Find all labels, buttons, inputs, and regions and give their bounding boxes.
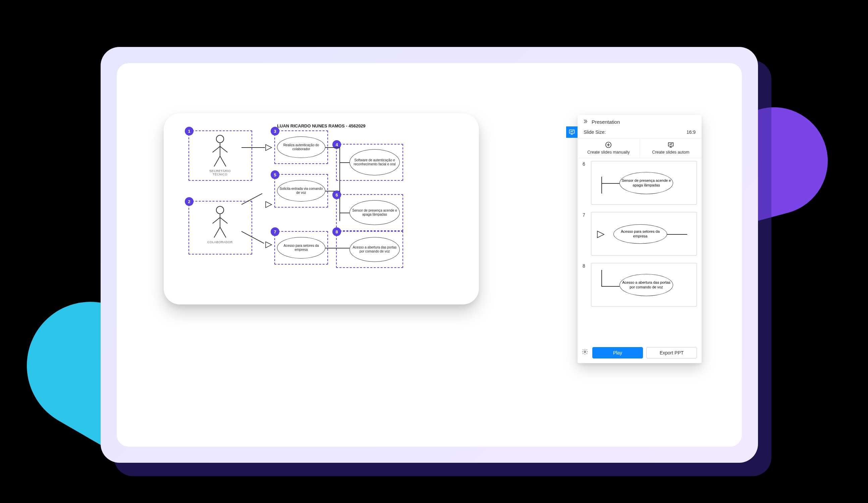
- create-auto-label: Create slides autom: [652, 150, 689, 155]
- thumb-conn: [601, 177, 602, 193]
- svg-marker-6: [266, 145, 272, 150]
- svg-line-9: [213, 218, 220, 224]
- slide-thumbnails[interactable]: 6 Sensor de presença acende e apaga lâmp…: [578, 158, 702, 343]
- diagram-area: 1 SECRETÁRIO TÉCNICO 3 Realiza autentica…: [175, 130, 467, 295]
- thumb-node: Sensor de presença acende e apaga lâmpad…: [619, 172, 673, 194]
- slide-size-value[interactable]: 16:9: [686, 129, 696, 135]
- panel-actions: Create slides manually Create slides aut…: [578, 138, 702, 158]
- thumb-arrow-head: [597, 230, 606, 239]
- svg-point-25: [584, 351, 586, 353]
- auto-slides-icon: [667, 141, 674, 148]
- panel-title: Presentation: [592, 119, 620, 125]
- slide-thumb-6[interactable]: 6 Sensor de presença acende e apaga lâmp…: [591, 161, 697, 205]
- node-6[interactable]: Sensor de presença acende e apaga lâmpad…: [350, 200, 400, 225]
- svg-point-7: [216, 206, 224, 213]
- device-frame: LUAN RICARDO NUNES RAMOS - 4562029 1 SEC…: [101, 47, 758, 463]
- selection-badge-8: 8: [332, 227, 341, 236]
- connector-7-8: [326, 248, 350, 249]
- selection-badge-2: 2: [185, 197, 194, 206]
- collapse-icon[interactable]: [582, 118, 588, 125]
- slide-number: 6: [582, 161, 585, 167]
- create-manual-button[interactable]: Create slides manually: [578, 138, 640, 158]
- presentation-panel: Presentation Slide Size: 16:9 Create sli…: [578, 115, 702, 363]
- svg-marker-24: [597, 231, 604, 238]
- panel-footer: Play Export PPT: [578, 343, 702, 363]
- app-screen: LUAN RICARDO NUNES RAMOS - 4562029 1 SEC…: [117, 63, 742, 447]
- connector-3-4-v: [339, 147, 340, 162]
- svg-line-5: [220, 156, 226, 166]
- arrow-head-7: [265, 241, 273, 249]
- export-ppt-button[interactable]: Export PPT: [646, 347, 697, 358]
- thumb-conn: [601, 270, 602, 286]
- selection-badge-3: 3: [271, 127, 279, 135]
- svg-line-2: [213, 147, 220, 153]
- diagram-canvas[interactable]: LUAN RICARDO NUNES RAMOS - 4562029 1 SEC…: [164, 113, 479, 304]
- actor-secretario[interactable]: SECRETÁRIO TÉCNICO: [203, 135, 237, 181]
- slide-number: 8: [582, 263, 585, 269]
- actor-colaborador[interactable]: COLABORADOR: [203, 206, 237, 252]
- node-7[interactable]: Acesso para setores da empresa: [277, 237, 326, 259]
- node-4[interactable]: Software de autenticação e reconheciment…: [350, 149, 400, 175]
- actor-label-2: COLABORADOR: [203, 240, 237, 244]
- play-button[interactable]: Play: [592, 347, 643, 358]
- slide-thumb-8[interactable]: 8 Acesso a abertura das portas por coman…: [591, 263, 697, 306]
- slide-number: 7: [582, 212, 585, 218]
- svg-marker-14: [266, 242, 272, 248]
- svg-line-3: [220, 147, 227, 153]
- thumb-conn: [601, 286, 619, 287]
- diagram-title: LUAN RICARDO NUNES RAMOS - 4562029: [175, 123, 467, 128]
- thumb-node: Acesso para setores da empresa: [613, 224, 667, 244]
- svg-line-4: [214, 156, 220, 166]
- slide-thumb-7[interactable]: 7 Acesso para setores da empresa: [591, 212, 697, 255]
- node-5[interactable]: Solicita entrada via comando de voz: [277, 180, 326, 201]
- selection-badge-6: 6: [332, 190, 341, 199]
- svg-point-0: [216, 135, 224, 143]
- panel-header: Presentation: [578, 115, 702, 127]
- actor-label-1: SECRETÁRIO TÉCNICO: [203, 169, 237, 176]
- svg-marker-13: [266, 201, 272, 208]
- plus-circle-icon: [605, 141, 612, 148]
- svg-line-10: [220, 218, 227, 224]
- selection-badge-7: 7: [271, 227, 279, 236]
- selection-badge-1: 1: [185, 127, 194, 135]
- svg-line-12: [220, 227, 226, 238]
- arrow-head-5: [265, 201, 273, 208]
- slide-size-row: Slide Size: 16:9: [578, 127, 702, 138]
- thumb-node: Acesso a abertura das portas por comando…: [619, 274, 673, 296]
- node-3[interactable]: Realiza autenticação do colaborador: [277, 136, 326, 158]
- slide-size-label: Slide Size:: [583, 129, 606, 135]
- svg-line-11: [214, 227, 220, 238]
- create-manual-label: Create slides manually: [587, 150, 630, 155]
- thumb-conn: [601, 183, 619, 184]
- settings-icon[interactable]: [581, 348, 588, 356]
- connector-6-h: [339, 213, 350, 213]
- connector-3-4-h: [326, 147, 339, 148]
- connector-3-4-h2: [339, 162, 350, 163]
- create-auto-button[interactable]: Create slides autom: [640, 138, 702, 158]
- presentation-icon: [568, 129, 575, 135]
- arrow-1: [241, 147, 265, 148]
- selection-badge-5: 5: [271, 170, 279, 179]
- thumb-conn: [667, 234, 687, 235]
- arrow-head-1: [265, 144, 273, 151]
- node-8[interactable]: Acesso a abertura das portas por comando…: [350, 237, 400, 262]
- panel-tab-presentation[interactable]: [566, 126, 578, 138]
